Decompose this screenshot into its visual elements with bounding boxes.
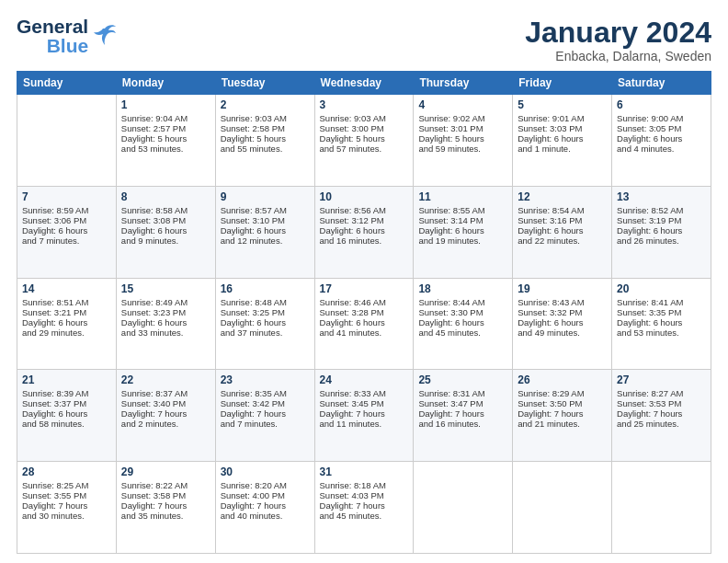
page: General Blue January 2024 Enbacka, Dalar… bbox=[0, 0, 728, 563]
calendar-table: Sunday Monday Tuesday Wednesday Thursday… bbox=[17, 71, 711, 554]
day-info-line: Sunrise: 8:54 AM bbox=[518, 205, 607, 215]
day-info-line: Sunrise: 8:18 AM bbox=[320, 480, 409, 490]
table-cell: 27Sunrise: 8:27 AMSunset: 3:53 PMDayligh… bbox=[612, 370, 711, 462]
calendar-week-row: 14Sunrise: 8:51 AMSunset: 3:21 PMDayligh… bbox=[17, 278, 711, 370]
day-info-line: Sunrise: 8:52 AM bbox=[617, 205, 706, 215]
day-info-line: and 41 minutes. bbox=[320, 327, 409, 338]
day-number: 16 bbox=[221, 282, 310, 295]
day-info-line: Sunset: 3:00 PM bbox=[320, 123, 409, 133]
day-info-line: Sunrise: 8:46 AM bbox=[320, 297, 409, 307]
day-info-line: Sunset: 4:00 PM bbox=[221, 490, 310, 500]
day-info-line: and 11 minutes. bbox=[320, 419, 409, 429]
day-info-line: Daylight: 6 hours bbox=[22, 408, 111, 419]
calendar-week-row: 21Sunrise: 8:39 AMSunset: 3:37 PMDayligh… bbox=[17, 370, 711, 462]
day-info-line: Daylight: 7 hours bbox=[320, 408, 409, 419]
day-number: 13 bbox=[617, 190, 706, 203]
table-cell: 2Sunrise: 9:03 AMSunset: 2:58 PMDaylight… bbox=[215, 95, 314, 187]
table-cell: 21Sunrise: 8:39 AMSunset: 3:37 PMDayligh… bbox=[17, 370, 117, 462]
day-info-line: Daylight: 6 hours bbox=[418, 317, 507, 327]
day-number: 21 bbox=[22, 373, 111, 386]
day-info-line: Sunrise: 8:58 AM bbox=[121, 205, 210, 215]
day-info-line: and 4 minutes. bbox=[617, 144, 706, 154]
day-info-line: Daylight: 6 hours bbox=[518, 133, 607, 144]
table-cell: 7Sunrise: 8:59 AMSunset: 3:06 PMDaylight… bbox=[17, 186, 117, 278]
table-cell bbox=[513, 462, 612, 554]
day-info-line: Sunset: 3:50 PM bbox=[518, 398, 607, 408]
day-info-line: and 26 minutes. bbox=[617, 236, 706, 246]
day-info-line: Daylight: 7 hours bbox=[221, 500, 310, 511]
col-sunday: Sunday bbox=[17, 72, 117, 95]
day-info-line: Daylight: 6 hours bbox=[221, 225, 310, 236]
day-info-line: Daylight: 6 hours bbox=[518, 225, 607, 236]
table-cell: 11Sunrise: 8:55 AMSunset: 3:14 PMDayligh… bbox=[414, 186, 513, 278]
day-number: 5 bbox=[518, 98, 607, 111]
day-info-line: Sunset: 3:55 PM bbox=[22, 490, 111, 500]
day-info-line: Sunrise: 8:20 AM bbox=[221, 480, 310, 490]
day-info-line: Sunrise: 9:00 AM bbox=[617, 113, 706, 123]
day-number: 15 bbox=[121, 282, 210, 295]
table-cell: 9Sunrise: 8:57 AMSunset: 3:10 PMDaylight… bbox=[215, 186, 314, 278]
logo-blue: Blue bbox=[47, 36, 89, 55]
day-info-line: Sunrise: 8:41 AM bbox=[617, 297, 706, 307]
day-number: 3 bbox=[320, 98, 409, 111]
day-info-line: Sunset: 3:10 PM bbox=[221, 215, 310, 225]
day-info-line: Sunset: 3:23 PM bbox=[121, 307, 210, 317]
day-info-line: and 35 minutes. bbox=[121, 511, 210, 521]
day-info-line: Daylight: 6 hours bbox=[22, 317, 111, 327]
logo-general: General bbox=[17, 17, 88, 36]
day-info-line: Sunset: 3:40 PM bbox=[121, 398, 210, 408]
day-info-line: Sunrise: 9:04 AM bbox=[121, 113, 210, 123]
table-cell: 22Sunrise: 8:37 AMSunset: 3:40 PMDayligh… bbox=[116, 370, 215, 462]
day-info-line: Daylight: 6 hours bbox=[121, 317, 210, 327]
day-info-line: Sunset: 3:21 PM bbox=[22, 307, 111, 317]
day-info-line: and 55 minutes. bbox=[221, 144, 310, 154]
day-info-line: Daylight: 6 hours bbox=[320, 225, 409, 236]
day-number: 8 bbox=[121, 190, 210, 203]
day-info-line: Sunset: 3:28 PM bbox=[320, 307, 409, 317]
logo: General Blue bbox=[17, 17, 118, 55]
day-info-line: Daylight: 7 hours bbox=[121, 408, 210, 419]
day-info-line: Daylight: 6 hours bbox=[121, 225, 210, 236]
day-info-line: Sunrise: 9:02 AM bbox=[418, 113, 507, 123]
day-number: 24 bbox=[320, 373, 409, 386]
day-info-line: Sunrise: 9:03 AM bbox=[320, 113, 409, 123]
logo-bird-icon bbox=[92, 21, 118, 47]
day-info-line: Sunset: 3:45 PM bbox=[320, 398, 409, 408]
table-cell: 8Sunrise: 8:58 AMSunset: 3:08 PMDaylight… bbox=[116, 186, 215, 278]
day-number: 7 bbox=[22, 190, 111, 203]
day-number: 2 bbox=[221, 98, 310, 111]
day-number: 23 bbox=[221, 373, 310, 386]
day-info-line: Sunrise: 8:22 AM bbox=[121, 480, 210, 490]
table-cell: 3Sunrise: 9:03 AMSunset: 3:00 PMDaylight… bbox=[314, 95, 414, 187]
day-number: 17 bbox=[320, 282, 409, 295]
day-info-line: and 33 minutes. bbox=[121, 327, 210, 338]
table-cell: 23Sunrise: 8:35 AMSunset: 3:42 PMDayligh… bbox=[215, 370, 314, 462]
day-number: 25 bbox=[418, 373, 507, 386]
day-info-line: Sunrise: 8:31 AM bbox=[418, 388, 507, 398]
day-info-line: Daylight: 6 hours bbox=[22, 225, 111, 236]
day-info-line: Sunrise: 8:35 AM bbox=[221, 388, 310, 398]
col-saturday: Saturday bbox=[612, 72, 711, 95]
day-info-line: Sunset: 3:19 PM bbox=[617, 215, 706, 225]
table-cell bbox=[17, 95, 117, 187]
day-info-line: and 49 minutes. bbox=[518, 327, 607, 338]
day-info-line: and 25 minutes. bbox=[617, 419, 706, 429]
day-number: 20 bbox=[617, 282, 706, 295]
col-wednesday: Wednesday bbox=[314, 72, 414, 95]
day-info-line: Sunrise: 8:39 AM bbox=[22, 388, 111, 398]
day-number: 26 bbox=[518, 373, 607, 386]
header: General Blue January 2024 Enbacka, Dalar… bbox=[17, 17, 711, 63]
day-info-line: Daylight: 7 hours bbox=[221, 408, 310, 419]
day-info-line: Daylight: 6 hours bbox=[617, 225, 706, 236]
table-cell: 1Sunrise: 9:04 AMSunset: 2:57 PMDaylight… bbox=[116, 95, 215, 187]
table-cell: 14Sunrise: 8:51 AMSunset: 3:21 PMDayligh… bbox=[17, 278, 117, 370]
day-number: 19 bbox=[518, 282, 607, 295]
day-info-line: Sunset: 3:47 PM bbox=[418, 398, 507, 408]
day-info-line: and 21 minutes. bbox=[518, 419, 607, 429]
col-thursday: Thursday bbox=[414, 72, 513, 95]
day-info-line: Sunrise: 9:03 AM bbox=[221, 113, 310, 123]
day-info-line: Sunrise: 8:37 AM bbox=[121, 388, 210, 398]
day-info-line: Sunset: 3:32 PM bbox=[518, 307, 607, 317]
day-info-line: Daylight: 7 hours bbox=[518, 408, 607, 419]
day-info-line: Sunset: 3:12 PM bbox=[320, 215, 409, 225]
